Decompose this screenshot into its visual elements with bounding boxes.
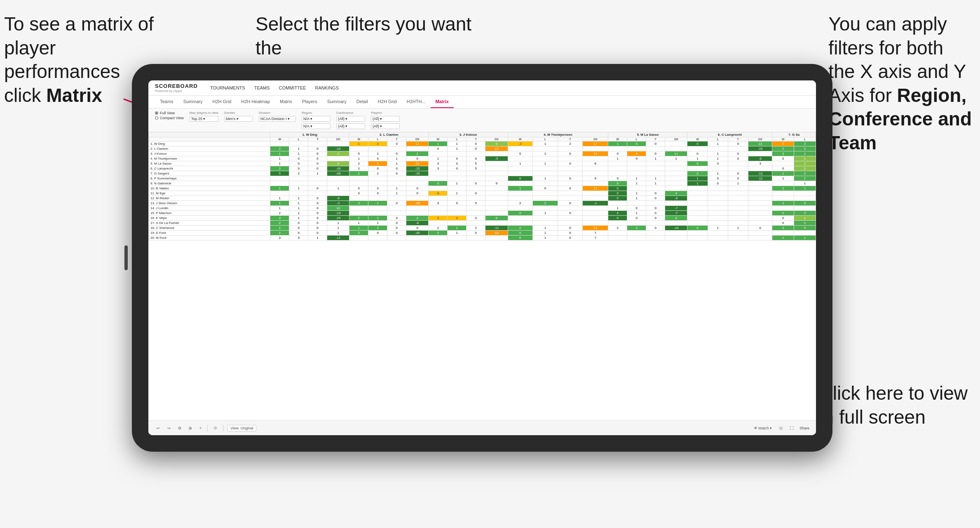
table-row: 14. J Lundin 11010 100-7 xyxy=(149,206,816,211)
select-conference-y[interactable]: (All) ▾ xyxy=(336,123,365,129)
bottom-toolbar: ↩ ↪ ⚙ ⊞ + ⏱ View: Original 👁 Watch ▾ ⊡ ⛶… xyxy=(148,420,816,435)
tab-teams[interactable]: Teams xyxy=(155,96,178,108)
select-players-x[interactable]: (All) ▾ xyxy=(371,116,400,122)
annotation-bottomright: Click here to view in full screen xyxy=(819,382,968,429)
table-row: 3. J Koivun 1102 0102 01013 04011 010 31 xyxy=(149,151,816,156)
screen-button[interactable]: ⊡ xyxy=(778,425,784,431)
table-row: 9. N Gabrelcik 0109 011 101 1 xyxy=(149,181,816,186)
filter-players: Players (All) ▾ (All) ▾ xyxy=(371,111,400,129)
tab-h2h-heatmap[interactable]: H2H Heatmap xyxy=(236,96,275,108)
corner-cell xyxy=(149,132,270,137)
col-header-3: 3. J Koivun xyxy=(429,132,508,137)
sub-nav: Teams Summary H2H Grid H2H Heatmap Matri… xyxy=(148,96,816,108)
view-options: Full View Compact View xyxy=(155,111,184,120)
toolbar-right: 👁 Watch ▾ ⊡ ⛶ Share xyxy=(752,425,809,431)
toolbar-sep-1 xyxy=(207,425,208,431)
logo-title: SCOREBOARD xyxy=(155,83,198,89)
col-header-7: 7. G Sa xyxy=(772,132,816,137)
select-region-x[interactable]: N/A ▾ xyxy=(302,116,331,122)
tablet-device: SCOREBOARD Powered by clippd TOURNAMENTS… xyxy=(132,64,832,452)
table-row: 20. M Ford 331-11 0107 11 xyxy=(149,236,816,240)
fullscreen-button[interactable]: ⛶ xyxy=(788,425,795,431)
col-header-4: 4. M Thorbjornsen xyxy=(508,132,608,137)
table-row: 10. B Valdes 1101 0010 10011 0 11 xyxy=(149,186,816,191)
scoreboard-logo: SCOREBOARD Powered by clippd xyxy=(155,83,198,93)
filter-region: Region N/A ▾ N/A ▾ xyxy=(302,111,331,129)
table-row: 8. P Summerhays 0109 011 100-11 12 xyxy=(149,176,816,181)
tablet-side-button xyxy=(124,245,128,270)
col-header-5: 5. M La Sasso xyxy=(608,132,687,137)
nav-teams[interactable]: TEAMS xyxy=(254,85,270,90)
col-header-6: 6. C Lamprecht xyxy=(687,132,772,137)
logo-subtitle: Powered by clippd xyxy=(155,89,198,93)
select-max-players[interactable]: Top 25 ▾ xyxy=(190,116,218,122)
table-row: 2. L Clanton 210-16 01013 -24 22 xyxy=(149,146,816,151)
table-row: 15. P Maichon 210-19 010 410-7 22 xyxy=(149,211,816,216)
tab-h2h-grid-1[interactable]: H2H Grid xyxy=(207,96,236,108)
table-row: 12. M Riedel 110-6 010-6 xyxy=(149,196,816,201)
table-row: 16. K Vilips 310-25 2204 3308 0000 01 xyxy=(149,216,816,221)
view-original-label[interactable]: View: Original xyxy=(227,425,256,431)
col-header-2: 2. L Clanton xyxy=(349,132,429,137)
radio-compact[interactable] xyxy=(155,116,158,120)
timer-button[interactable]: ⏱ xyxy=(212,425,219,431)
table-row: 11. M Ege 0010 010 0104 xyxy=(149,191,816,196)
nav-links: TOURNAMENTS TEAMS COMMITTEE RANKINGS xyxy=(210,85,809,90)
table-row: 6. C Lamprecht 200-16 200-15 305 01 xyxy=(149,166,816,171)
view-compact[interactable]: Compact View xyxy=(155,116,184,120)
table-row: 5. M La Sasso 1006 24124 305 1106 033 1 xyxy=(149,161,816,166)
share-button[interactable]: Share xyxy=(799,426,809,430)
col-subheader-name xyxy=(149,137,270,141)
radio-full[interactable] xyxy=(155,111,158,115)
col-header-1: 1. W Ding xyxy=(270,132,349,137)
filter-conference: Conference (All) ▾ (All) ▾ xyxy=(336,111,365,129)
table-row: 4. M Thorbjornsen 100 1010 100-5 1011 11… xyxy=(149,156,816,161)
tab-detail[interactable]: Detail xyxy=(352,96,373,108)
table-row: 13. J Skov Olesen 110-3 210-19 305 220-1… xyxy=(149,201,816,206)
tablet-screen: SCOREBOARD Powered by clippd TOURNAMENTS… xyxy=(148,80,816,435)
filter-division: Division NCAA Division I ▾ xyxy=(259,111,296,122)
undo-button[interactable]: ↩ xyxy=(155,425,162,431)
nav-committee[interactable]: COMMITTEE xyxy=(279,85,306,90)
table-row: 7. G Sargent 521-48 220-16 010-13 12 xyxy=(149,171,816,176)
table-row: 1. W Ding 12011 1100 -21217 100 01013 02 xyxy=(149,141,816,146)
tab-players[interactable]: Players xyxy=(297,96,322,108)
filter-max-players: Max players in view Top 25 ▾ xyxy=(190,111,218,122)
filter-gender: Gender Men's ▾ xyxy=(224,111,253,122)
zoom-in-button[interactable]: + xyxy=(198,425,203,431)
select-division[interactable]: NCAA Division I ▾ xyxy=(259,116,296,122)
tab-summary-1[interactable]: Summary xyxy=(178,96,207,108)
table-row: 18. C Sherwood 2001 1300 222-11 01013 22… xyxy=(149,226,816,231)
table-row: 17. S De La Fuente 2001 110-8 02 xyxy=(149,221,816,226)
select-region-y[interactable]: N/A ▾ xyxy=(302,123,331,129)
view-full[interactable]: Full View xyxy=(155,111,184,115)
tab-h2hth[interactable]: H2HTH... xyxy=(402,96,431,108)
select-conference-x[interactable]: (All) ▾ xyxy=(336,116,365,122)
nav-rankings[interactable]: RANKINGS xyxy=(315,85,339,90)
matrix-container[interactable]: 1. W Ding 2. L Clanton 3. J Koivun 4. M … xyxy=(148,132,816,420)
annotation-topright: You can apply filters for both the X axi… xyxy=(828,12,972,155)
select-players-y[interactable]: (All) ▾ xyxy=(371,123,400,129)
matrix-table: 1. W Ding 2. L Clanton 3. J Koivun 4. M … xyxy=(148,132,816,240)
tab-h2h-grid-2[interactable]: H2H Grid xyxy=(373,96,402,108)
settings-button[interactable]: ⚙ xyxy=(176,425,183,431)
filters-row: Full View Compact View Max players in vi… xyxy=(148,108,816,132)
redo-button[interactable]: ↪ xyxy=(166,425,172,431)
main-nav: SCOREBOARD Powered by clippd TOURNAMENTS… xyxy=(148,80,816,96)
watch-button[interactable]: 👁 Watch ▾ xyxy=(752,425,774,431)
select-gender[interactable]: Men's ▾ xyxy=(224,116,253,122)
tab-matrix-1[interactable]: Matrix xyxy=(275,96,297,108)
zoom-fit-button[interactable]: ⊞ xyxy=(187,425,194,431)
nav-tournaments[interactable]: TOURNAMENTS xyxy=(210,85,245,90)
toolbar-sep-2 xyxy=(223,425,223,431)
tab-matrix-active[interactable]: Matrix xyxy=(431,96,454,108)
table-row: 19. D Ford 2001 200-20 01013 0107 xyxy=(149,231,816,236)
tab-summary-2[interactable]: Summary xyxy=(322,96,352,108)
